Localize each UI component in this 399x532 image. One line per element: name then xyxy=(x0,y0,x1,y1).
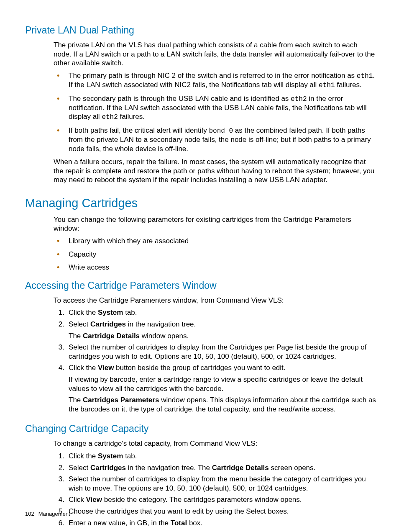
text: The xyxy=(69,332,83,340)
list-item: Write access xyxy=(54,263,376,272)
text: Select xyxy=(69,320,90,328)
bold: Cartridges xyxy=(90,320,126,328)
list-item: The secondary path is through the USB LA… xyxy=(54,94,376,122)
bold: Cartridges xyxy=(90,464,126,472)
ordered-list: Click the System tab. Select Cartridges … xyxy=(54,308,376,414)
code: eth1 xyxy=(357,72,373,80)
text: tab. xyxy=(123,308,137,316)
code: bond 0 xyxy=(209,127,233,135)
text: screen opens. xyxy=(269,464,316,472)
section-body: To change a cartridge's total capacity, … xyxy=(54,439,376,527)
ordered-list: Click the System tab. Select Cartridges … xyxy=(54,452,376,527)
bold: System xyxy=(98,452,123,460)
page-footer: 102Management xyxy=(25,511,70,517)
list-item: Click View beside the category. The cart… xyxy=(54,495,376,504)
list-item: Select the number of cartridges to displ… xyxy=(54,343,376,361)
bold: Cartridges Parameters xyxy=(83,396,159,404)
list-item: Click the System tab. xyxy=(54,452,376,461)
list-item: The primary path is through NIC 2 of the… xyxy=(54,71,376,90)
text: box. xyxy=(187,519,202,527)
list-item: Click the System tab. xyxy=(54,308,376,317)
footer-section: Management xyxy=(38,511,70,517)
text: button beside the group of cartridges yo… xyxy=(114,364,285,372)
text: Click the xyxy=(69,308,98,316)
text: Enter a new value, in GB, in the xyxy=(69,519,171,527)
code: eth1 xyxy=(319,82,335,89)
bold: Cartridge Details xyxy=(83,332,140,340)
step-note: The Cartridge Details window opens. xyxy=(69,332,376,341)
text: window opens. xyxy=(140,332,189,340)
list-item: Select the number of cartridges to displ… xyxy=(54,475,376,493)
bullet-list: Library with which they are associated C… xyxy=(54,236,376,272)
text: Click xyxy=(69,496,86,504)
text: failures. xyxy=(335,81,362,89)
code: eth2 xyxy=(291,95,307,103)
bold: View xyxy=(98,364,114,372)
list-item: Enter a new value, in GB, in the Total b… xyxy=(54,519,376,528)
text: failures. xyxy=(118,113,145,121)
text: The xyxy=(69,396,83,404)
step-note: If viewing by barcode, enter a cartridge… xyxy=(69,375,376,393)
step-note: The Cartridges Parameters window opens. … xyxy=(69,396,376,414)
text: tab. xyxy=(123,452,137,460)
list-item: Choose the cartridges that you want to e… xyxy=(54,507,376,516)
code: eth2 xyxy=(102,113,118,121)
bold: Total xyxy=(171,519,187,527)
heading-changing-capacity: Changing Cartridge Capacity xyxy=(25,423,376,435)
text: Click the xyxy=(69,364,98,372)
paragraph: The private LAN on the VLS has dual path… xyxy=(54,41,376,68)
paragraph: When a failure occurs, repair the failur… xyxy=(54,157,376,185)
section-body: You can change the following parameters … xyxy=(54,215,376,272)
text: If both paths fail, the critical alert w… xyxy=(69,126,209,134)
list-item: Capacity xyxy=(54,250,376,259)
heading-accessing-cartridge-params: Accessing the Cartridge Parameters Windo… xyxy=(25,280,376,292)
text: beside the category. The cartridges para… xyxy=(102,496,302,504)
list-item: Library with which they are associated xyxy=(54,236,376,246)
list-item: Select Cartridges in the navigation tree… xyxy=(54,463,376,473)
text: The primary path is through NIC 2 of the… xyxy=(69,72,357,80)
document-page: Private LAN Dual Pathing The private LAN… xyxy=(0,0,399,532)
list-item: If both paths fail, the critical alert w… xyxy=(54,126,376,153)
section-body: The private LAN on the VLS has dual path… xyxy=(54,41,376,185)
text: in the navigation tree. The xyxy=(126,464,212,472)
paragraph: To change a cartridge's total capacity, … xyxy=(54,439,376,448)
heading-private-lan: Private LAN Dual Pathing xyxy=(25,24,376,36)
bullet-list: The primary path is through NIC 2 of the… xyxy=(54,71,376,153)
bold: View xyxy=(86,496,102,504)
section-body: To access the Cartridge Paramenters wind… xyxy=(54,296,376,414)
text: Click the xyxy=(69,452,98,460)
bold: System xyxy=(98,308,123,316)
text: The secondary path is through the USB LA… xyxy=(69,95,291,103)
text: Select xyxy=(69,464,90,472)
paragraph: To access the Cartridge Paramenters wind… xyxy=(54,296,376,305)
list-item: Click the View button beside the group o… xyxy=(54,363,376,414)
bold: Cartridge Details xyxy=(212,464,269,472)
page-number: 102 xyxy=(25,511,34,517)
paragraph: You can change the following parameters … xyxy=(54,215,376,233)
text: in the navigation tree. xyxy=(126,320,196,328)
heading-managing-cartridges: Managing Cartridges xyxy=(25,195,376,211)
list-item: Select Cartridges in the navigation tree… xyxy=(54,320,376,340)
